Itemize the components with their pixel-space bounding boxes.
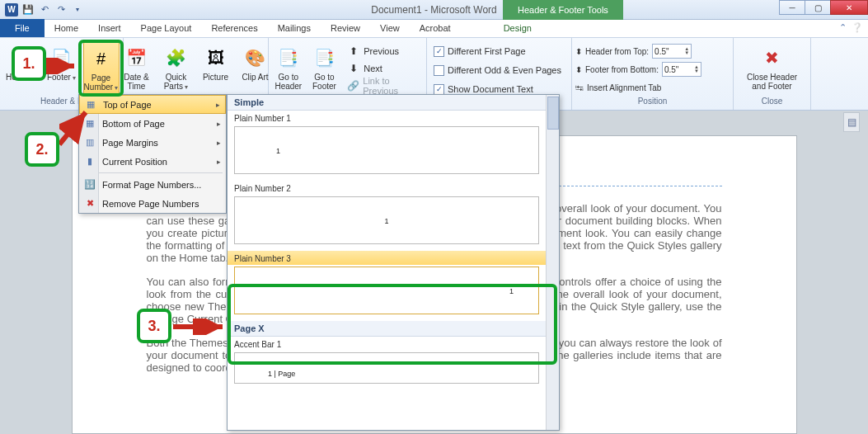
tab-page-layout[interactable]: Page Layout bbox=[131, 19, 202, 37]
word-icon: W bbox=[5, 3, 18, 17]
gallery-item-label: Accent Bar 1 bbox=[228, 337, 559, 351]
gallery-item-plain-3[interactable]: Plain Number 3 1 bbox=[228, 251, 559, 314]
tab-file[interactable]: File bbox=[0, 19, 45, 37]
group-position: ⬍Header from Top:0.5"▲▼ ⬍Footer from Bot… bbox=[572, 38, 734, 110]
page-number-button[interactable]: #Page Number bbox=[83, 41, 120, 96]
redo-icon[interactable]: ↷ bbox=[54, 3, 68, 17]
tab-icon: ⭾ bbox=[575, 83, 584, 92]
ftr-bot-icon: ⬍ bbox=[575, 65, 582, 74]
callout-1: 1. bbox=[12, 46, 46, 81]
ruler-toggle-icon[interactable]: ▤ bbox=[843, 112, 860, 132]
maximize-button[interactable]: ▢ bbox=[805, 0, 831, 15]
close-header-footer-button[interactable]: ✖Close Header and Footer bbox=[739, 41, 805, 96]
ribbon-tabs: File Home Insert Page Layout References … bbox=[0, 20, 868, 38]
quick-parts-button[interactable]: 🧩Quick Parts bbox=[158, 41, 195, 96]
quick-access-toolbar: W 💾 ↶ ↷ ▾ bbox=[0, 3, 84, 17]
callout-2: 2. bbox=[25, 132, 59, 167]
title-bar: W 💾 ↶ ↷ ▾ Document1 - Microsoft Word Hea… bbox=[0, 0, 868, 20]
gallery-thumb: 1 bbox=[234, 126, 539, 174]
checkbox-icon bbox=[434, 65, 444, 76]
gallery-item-plain-1[interactable]: Plain Number 1 1 bbox=[228, 111, 559, 174]
clipart-button[interactable]: 🎨Clip Art bbox=[237, 41, 274, 96]
next-icon: ⬇ bbox=[347, 62, 360, 75]
link-previous-button[interactable]: 🔗Link to Previous bbox=[344, 78, 423, 94]
format-icon: 🔢 bbox=[82, 179, 97, 190]
menu-format-page-numbers[interactable]: 🔢Format Page Numbers... bbox=[79, 175, 226, 194]
gallery-thumb: 1 bbox=[234, 196, 539, 244]
header-from-top-spinner[interactable]: 0.5"▲▼ bbox=[652, 44, 692, 59]
quick-parts-icon: 🧩 bbox=[163, 45, 190, 71]
picture-icon: 🖼 bbox=[203, 45, 229, 71]
gallery-item-accent-bar-1[interactable]: Accent Bar 1 1 | Page bbox=[228, 337, 559, 384]
menu-top-of-page[interactable]: ▦Top of Page bbox=[79, 95, 226, 114]
gallery-item-label: Plain Number 2 bbox=[228, 181, 559, 195]
save-icon[interactable]: 💾 bbox=[21, 3, 35, 17]
menu-bottom-of-page[interactable]: ▦Bottom of Page bbox=[79, 114, 226, 133]
page-number-gallery: Simple Plain Number 1 1 Plain Number 2 1… bbox=[227, 94, 560, 431]
tab-insert[interactable]: Insert bbox=[88, 19, 131, 37]
prev-icon: ⬆ bbox=[347, 45, 360, 58]
gallery-scrollbar[interactable] bbox=[546, 95, 559, 430]
tab-view[interactable]: View bbox=[370, 19, 410, 37]
footer-from-bottom-row: ⬍Footer from Bottom:0.5"▲▼ bbox=[575, 61, 701, 78]
picture-button[interactable]: 🖼Picture bbox=[198, 41, 234, 96]
menu-current-position[interactable]: ▮Current Position bbox=[79, 152, 226, 171]
footer-from-bottom-spinner[interactable]: 0.5"▲▼ bbox=[662, 62, 701, 77]
goto-header-button[interactable]: 📑Go to Header bbox=[272, 41, 305, 96]
group-label-close: Close bbox=[737, 97, 807, 108]
remove-icon: ✖ bbox=[82, 198, 97, 209]
ribbon-minimize-icon[interactable]: ⌃ bbox=[839, 22, 847, 33]
next-button[interactable]: ⬇Next bbox=[344, 60, 423, 77]
date-time-button[interactable]: 📅Date & Time bbox=[119, 41, 155, 96]
group-label-position: Position bbox=[575, 97, 730, 108]
link-icon: 🔗 bbox=[347, 79, 359, 92]
gallery-item-label: Plain Number 3 bbox=[228, 251, 559, 265]
different-first-page-checkbox[interactable]: ✓Different First Page bbox=[430, 43, 565, 59]
clipart-icon: 🎨 bbox=[242, 45, 269, 71]
gallery-item-label: Plain Number 1 bbox=[228, 111, 559, 125]
tab-acrobat[interactable]: Acrobat bbox=[410, 19, 461, 37]
gallery-item-plain-2[interactable]: Plain Number 2 1 bbox=[228, 181, 559, 244]
goto-footer-icon: 📑 bbox=[311, 45, 337, 71]
menu-remove-page-numbers[interactable]: ✖Remove Page Numbers bbox=[79, 194, 226, 213]
menu-page-margins[interactable]: ▥Page Margins bbox=[79, 133, 226, 152]
qat-dropdown-icon[interactable]: ▾ bbox=[71, 3, 84, 17]
group-close: ✖Close Header and Footer Close bbox=[734, 38, 811, 110]
close-window-button[interactable]: ✕ bbox=[830, 0, 868, 15]
callout-3: 3. bbox=[137, 309, 171, 343]
hdr-top-icon: ⬍ bbox=[575, 47, 582, 56]
current-pos-icon: ▮ bbox=[82, 156, 97, 167]
gallery-group-header: Page X bbox=[228, 321, 559, 337]
minimize-button[interactable]: ─ bbox=[779, 0, 805, 15]
checkbox-checked-icon: ✓ bbox=[434, 84, 444, 95]
context-tab-header: Header & Footer Tools bbox=[503, 0, 623, 20]
goto-footer-button[interactable]: 📑Go to Footer bbox=[308, 41, 341, 96]
insert-alignment-tab-button[interactable]: ⭾Insert Alignment Tab bbox=[575, 79, 701, 96]
header-from-top-row: ⬍Header from Top:0.5"▲▼ bbox=[575, 43, 701, 59]
goto-header-icon: 📑 bbox=[275, 45, 302, 71]
gallery-thumb: 1 | Page bbox=[234, 352, 539, 384]
tab-mailings[interactable]: Mailings bbox=[268, 19, 321, 37]
tab-home[interactable]: Home bbox=[45, 19, 88, 37]
different-odd-even-checkbox[interactable]: Different Odd & Even Pages bbox=[430, 62, 565, 78]
help-icon[interactable]: ❔ bbox=[852, 22, 863, 33]
gallery-thumb: 1 bbox=[234, 267, 539, 314]
page-number-menu: ▦Top of Page ▦Bottom of Page ▥Page Margi… bbox=[78, 94, 227, 214]
undo-icon[interactable]: ↶ bbox=[38, 3, 51, 17]
tab-design[interactable]: Design bbox=[494, 19, 542, 37]
close-hf-icon: ✖ bbox=[759, 45, 786, 71]
svg-line-1 bbox=[59, 112, 86, 144]
document-title: Document1 - Microsoft Word bbox=[371, 4, 497, 16]
checkbox-checked-icon: ✓ bbox=[434, 46, 444, 57]
page-number-icon: # bbox=[88, 45, 115, 72]
calendar-icon: 📅 bbox=[124, 45, 150, 71]
tab-review[interactable]: Review bbox=[321, 19, 370, 37]
tab-references[interactable]: References bbox=[201, 19, 267, 37]
gallery-group-header: Simple bbox=[228, 95, 559, 111]
previous-button[interactable]: ⬆Previous bbox=[344, 43, 423, 59]
